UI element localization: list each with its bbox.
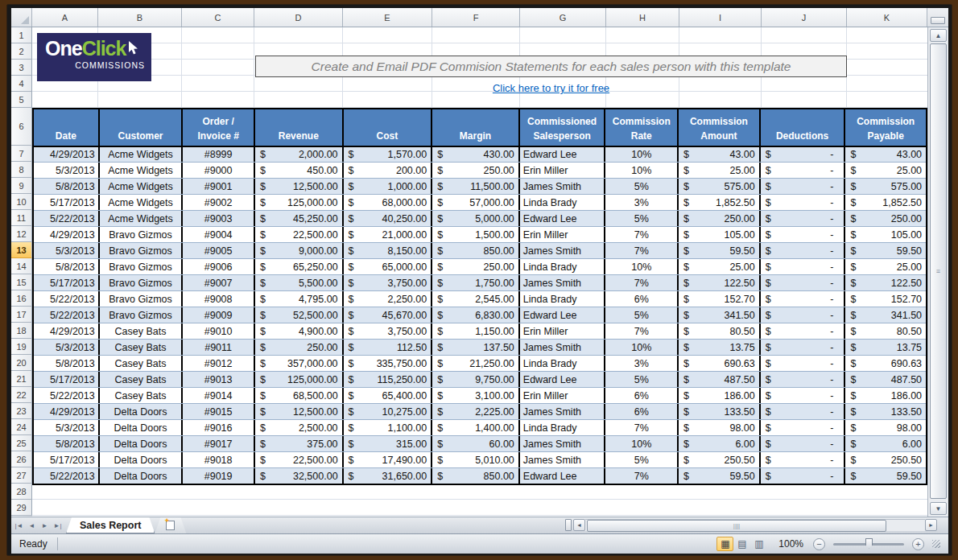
cell-payable[interactable]: $6.00 [845,436,926,451]
split-handle[interactable] [931,17,945,24]
cell-revenue[interactable]: $45,250.00 [255,211,344,226]
cell-order[interactable]: #9018 [183,452,255,467]
vertical-scrollbar[interactable]: ▲ ≡ ▼ [927,27,948,517]
cell-salesperson[interactable]: James Smith [520,243,606,258]
cell-date[interactable]: 4/29/2013 [34,404,100,419]
cell-amount[interactable]: $250.50 [679,452,761,467]
cell-order[interactable]: #9016 [183,420,255,435]
cell-deductions[interactable]: $- [761,356,846,371]
tab-split-handle[interactable] [565,519,572,531]
row-header-25[interactable]: 25 [11,435,32,451]
cell-rate[interactable]: 10% [605,163,679,178]
cell-payable[interactable]: $122.50 [845,275,926,290]
cell-date[interactable]: 5/17/2013 [34,195,100,210]
column-header-H[interactable]: H [606,8,679,27]
cell-margin[interactable]: $1,150.00 [432,323,520,339]
cell-customer[interactable]: Bravo Gizmos [100,227,184,242]
header-cost[interactable]: Cost [344,109,433,146]
cell-amount[interactable]: $690.63 [679,356,761,371]
row-header-15[interactable]: 15 [11,274,32,290]
cell-order[interactable]: #9006 [183,259,255,274]
cell-order[interactable]: #9007 [183,275,255,290]
cell-order[interactable]: #9013 [183,372,255,387]
cell-customer[interactable]: Delta Doors [100,468,184,484]
header-customer[interactable]: Customer [100,109,184,146]
cell-amount[interactable]: $575.00 [679,179,761,194]
cell-salesperson[interactable]: Erin Miller [520,163,606,178]
cell-rate[interactable]: 5% [605,372,679,387]
row-header-19[interactable]: 19 [11,339,32,355]
column-header-C[interactable]: C [182,8,254,27]
cell-salesperson[interactable]: Edward Lee [520,211,606,226]
scroll-up-icon[interactable]: ▲ [930,29,947,42]
header-revenue[interactable]: Revenue [255,109,344,146]
cell-amount[interactable]: $98.00 [679,420,761,435]
cell-deductions[interactable]: $- [761,179,846,194]
horizontal-scrollbar[interactable]: ◄ |||| ► [565,518,937,532]
cell-customer[interactable]: Acme Widgets [100,195,184,210]
row-header-17[interactable]: 17 [11,307,32,323]
column-header-B[interactable]: B [98,8,182,27]
horizontal-scroll-track[interactable]: |||| [585,519,925,531]
cell-order[interactable]: #9003 [183,211,255,226]
cell-rate[interactable]: 6% [605,404,679,419]
scroll-down-icon[interactable]: ▼ [930,502,947,515]
zoom-slider[interactable] [833,543,904,546]
cell-cost[interactable]: $335,750.00 [344,356,433,371]
cell-rate[interactable]: 7% [605,243,679,258]
cell-payable[interactable]: $59.50 [845,468,926,484]
cell-date[interactable]: 5/3/2013 [34,243,100,258]
header-amount[interactable]: Commission Amount [679,109,761,146]
cell-revenue[interactable]: $357,000.00 [255,356,344,371]
cell-rate[interactable]: 5% [605,452,679,467]
header-order[interactable]: Order / Invoice # [183,109,255,146]
cell-rate[interactable]: 5% [605,211,679,226]
cell-salesperson[interactable]: Linda Brady [520,259,606,274]
cell-order[interactable]: #9012 [183,356,255,371]
cell-amount[interactable]: $250.00 [679,211,761,226]
cell-order[interactable]: #9001 [183,179,255,194]
sheet-grid[interactable]: OneClick COMMISSIONS Create and Email PD… [32,27,927,517]
header-rate[interactable]: Commission Rate [605,109,679,146]
row-header-23[interactable]: 23 [11,403,32,419]
cell-revenue[interactable]: $22,500.00 [255,452,344,467]
cell-rate[interactable]: 7% [605,420,679,435]
cell-date[interactable]: 5/22/2013 [34,291,100,307]
cell-salesperson[interactable]: Linda Brady [520,420,606,435]
cell-customer[interactable]: Acme Widgets [100,147,184,162]
select-all-corner[interactable] [11,8,32,27]
cell-customer[interactable]: Casey Bats [100,356,184,371]
cell-margin[interactable]: $9,750.00 [432,372,520,387]
cell-amount[interactable]: $1,852.50 [679,195,761,210]
row-header-26[interactable]: 26 [11,451,32,467]
cell-margin[interactable]: $850.00 [432,243,520,258]
row-header-20[interactable]: 20 [11,355,32,371]
scroll-right-icon[interactable]: ► [925,519,937,531]
header-payable[interactable]: Commission Payable [845,109,926,146]
cell-deductions[interactable]: $- [761,340,846,355]
cell-rate[interactable]: 7% [605,227,679,242]
cell-date[interactable]: 5/22/2013 [34,388,100,403]
scroll-left-icon[interactable]: ◄ [573,519,585,531]
cell-customer[interactable]: Casey Bats [100,340,184,355]
cell-date[interactable]: 5/17/2013 [34,452,100,467]
cell-cost[interactable]: $1,000.00 [344,179,433,194]
last-sheet-icon[interactable]: ►| [52,521,63,531]
cell-amount[interactable]: $105.00 [679,227,761,242]
resize-grip-icon[interactable] [932,540,940,548]
cell-cost[interactable]: $2,250.00 [344,291,433,307]
cell-cost[interactable]: $10,275.00 [344,404,433,419]
cell-order[interactable]: #9011 [183,340,255,355]
cell-margin[interactable]: $3,100.00 [432,388,520,403]
zoom-slider-thumb[interactable] [865,538,873,549]
cell-payable[interactable]: $25.00 [845,259,926,274]
cell-date[interactable]: 5/22/2013 [34,211,100,226]
column-header-A[interactable]: A [32,8,98,27]
cell-revenue[interactable]: $4,795.00 [255,291,344,307]
header-margin[interactable]: Margin [432,109,520,146]
cell-customer[interactable]: Casey Bats [100,372,184,387]
cell-revenue[interactable]: $5,500.00 [255,275,344,290]
cell-margin[interactable]: $5,010.00 [432,452,520,467]
cell-revenue[interactable]: $52,500.00 [255,307,344,323]
cell-payable[interactable]: $1,852.50 [845,195,926,210]
